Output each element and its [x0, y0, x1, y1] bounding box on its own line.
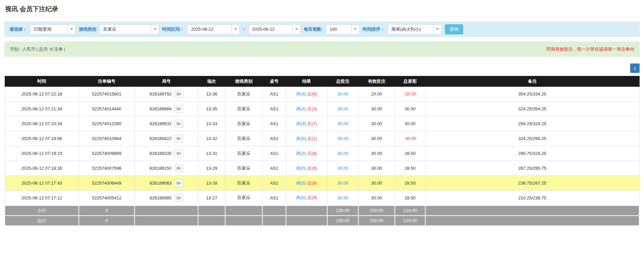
chevron-down-icon — [292, 25, 301, 34]
bet-id-cell: 522574014440 — [79, 102, 135, 116]
valid-bet-cell: 30.00 — [358, 116, 395, 131]
replay-icon — [176, 181, 181, 185]
table-no-cell: AS1 — [262, 191, 286, 206]
time-cell: 2025-06-12 07:21:34 — [5, 102, 79, 116]
filter-bar: 请选择： 日期查询 游戏类别 百家乐 时间区间： 2025-06-12 ~ 20… — [4, 22, 640, 37]
total-bet-link[interactable]: 30.00 — [327, 131, 358, 146]
total-bet-link[interactable]: 30.00 — [327, 116, 358, 131]
time-cell: 2025-06-12 07:18:16 — [5, 161, 79, 176]
remark-cell: 324.25/294.25 — [425, 131, 639, 146]
result-cell: 闲(3) 庄(8) — [286, 146, 327, 161]
replay-icon — [176, 107, 181, 111]
remark-cell: 294.25/324.25 — [425, 116, 639, 131]
date-from-select[interactable]: 2025-06-12 — [187, 24, 240, 34]
round-id: 626189792 — [149, 91, 171, 97]
search-button[interactable]: 查询 — [445, 24, 463, 34]
replay-video-button[interactable] — [174, 150, 183, 157]
round-id: 626189335 — [149, 151, 171, 156]
game-cell: 百家乐 — [225, 102, 262, 116]
total-bet-link[interactable]: 30.00 — [327, 191, 358, 206]
result-banker: 庄(9) — [307, 195, 317, 200]
valid-bet-cell: 30.00 — [358, 102, 395, 116]
round-cell: 626189532 — [135, 116, 198, 131]
chevron-down-icon — [351, 25, 359, 34]
session-cell: 13-33 — [198, 116, 225, 131]
result-player: 闲(9) — [296, 121, 306, 126]
page-size-select[interactable]: 100 — [326, 24, 360, 34]
round-id: 626189422 — [149, 136, 171, 141]
table-no-cell: AS1 — [262, 161, 286, 176]
result-player: 闲(0) — [296, 166, 306, 171]
query-type-select[interactable]: 日期查询 — [30, 24, 76, 34]
payout-cell: 30.00 — [395, 116, 425, 131]
replay-icon — [176, 92, 181, 96]
replay-video-button[interactable] — [174, 164, 183, 172]
result-player: 闲(3) — [296, 151, 306, 156]
session-cell: 13-29 — [198, 161, 225, 176]
replay-icon — [176, 196, 181, 200]
query-type-label: 请选择： — [9, 26, 27, 32]
session-cell: 13-36 — [198, 87, 225, 102]
total-bet-link[interactable]: 20.00 — [327, 87, 358, 102]
time-cell: 2025-06-12 07:22:18 — [5, 87, 79, 102]
valid-bet-cell: 30.00 — [358, 191, 395, 206]
result-banker: 庄(3) — [307, 106, 317, 111]
total-bet-link[interactable]: 30.00 — [327, 146, 358, 161]
col-header-result: 结果 — [286, 76, 327, 87]
time-cell: 2025-06-12 07:17:43 — [5, 176, 79, 191]
total-bet-link[interactable]: 30.00 — [327, 102, 358, 116]
date-to-select[interactable]: 2025-06-12 — [248, 24, 301, 34]
result-banker: 庄(8) — [307, 151, 317, 156]
col-header-time: 时间 — [5, 76, 79, 87]
replay-video-button[interactable] — [174, 90, 183, 98]
total-payout: 124.00 — [395, 216, 425, 226]
total-bet-link[interactable]: 30.00 — [327, 176, 358, 191]
bet-id-cell: 522574012390 — [79, 116, 135, 131]
date-from-value: 2025-06-12 — [188, 25, 231, 34]
session-cell: 13-27 — [198, 191, 225, 206]
date-range-label: 时间区间： — [162, 26, 184, 32]
replay-video-button[interactable] — [174, 194, 183, 202]
date-separator: ~ — [243, 27, 245, 32]
replay-video-button[interactable] — [174, 135, 183, 142]
table-no-cell: AS1 — [262, 176, 286, 191]
total-bet-link[interactable]: 30.00 — [327, 161, 358, 176]
session-cell: 13-28 — [198, 176, 225, 191]
replay-video-button[interactable] — [174, 120, 183, 128]
subtotal-total-bet: 230.00 — [327, 206, 358, 216]
replay-video-button[interactable] — [174, 179, 183, 187]
table-header-row: 时间 注单编号 局号 场次 游戏类别 桌号 结果 总投注 有效投注 总派彩 备注 — [5, 76, 639, 87]
bet-id-cell: 522574009869 — [79, 146, 135, 161]
table-row: 2025-06-12 07:18:16 522574007596 6261891… — [5, 161, 639, 176]
game-cell: 百家乐 — [225, 116, 262, 131]
table-row: 2025-06-12 07:19:56 522574010984 6261894… — [5, 131, 639, 146]
game-cell: 百家乐 — [225, 131, 262, 146]
round-cell: 626189335 — [135, 146, 198, 161]
table-row: 2025-06-12 07:17:12 522574005412 6261889… — [5, 191, 639, 206]
game-cell: 百家乐 — [225, 87, 262, 102]
table-no-cell: AS1 — [262, 131, 286, 146]
result-banker: 庄(8) — [307, 166, 317, 171]
total-valid-bet: 230.00 — [358, 216, 395, 226]
col-header-game: 游戏类别 — [225, 76, 262, 87]
payout-cell: -30.00 — [395, 131, 425, 146]
subtotal-payout: 124.00 — [395, 206, 425, 216]
result-player: 闲(4) — [296, 106, 306, 111]
page-button-1[interactable]: 1 — [630, 63, 640, 73]
payout-cell: 28.50 — [395, 146, 425, 161]
round-id: 626189532 — [149, 121, 171, 126]
pagination: 1 — [4, 63, 640, 73]
payout-cell: -20.00 — [395, 87, 425, 102]
sort-select[interactable]: 降幂(由大到小) — [388, 24, 442, 34]
col-header-bet-id: 注单编号 — [79, 76, 135, 87]
result-player: 闲(9) — [296, 136, 306, 141]
col-header-round: 局号 — [135, 76, 198, 87]
subtotal-count: 8 — [79, 206, 135, 216]
time-cell: 2025-06-12 07:20:34 — [5, 116, 79, 131]
game-type-select[interactable]: 百家乐 — [99, 24, 159, 34]
currency-summary-text: 币别 : 人民币 | 总共 :8 注单 | — [10, 46, 65, 52]
col-header-session: 场次 — [198, 76, 225, 87]
result-banker: 庄(6) — [307, 91, 317, 97]
replay-video-button[interactable] — [174, 105, 183, 113]
time-cell: 2025-06-12 07:19:23 — [5, 146, 79, 161]
